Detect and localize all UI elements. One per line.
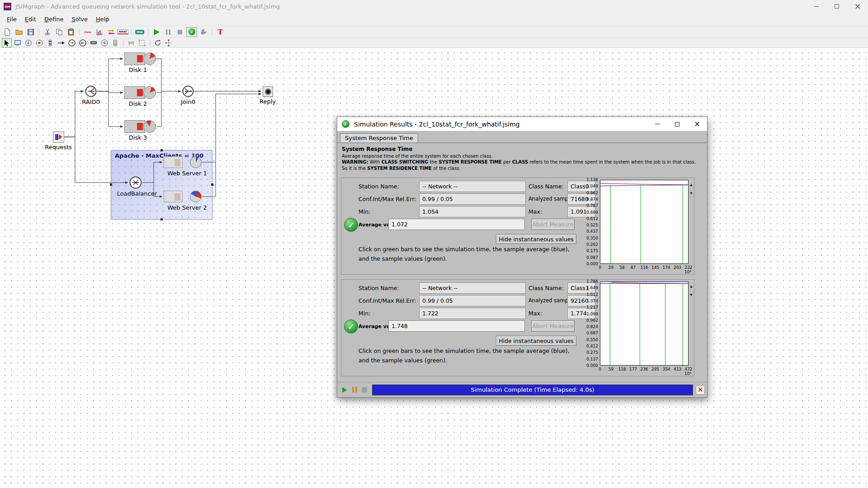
scroll-up-icon[interactable] (690, 281, 692, 289)
network-canvas[interactable]: Apache - MaxClients = 100 (0, 48, 868, 488)
save-button[interactable] (25, 27, 36, 37)
average-value-field[interactable]: 1.072 (388, 219, 525, 230)
rotate-component-button[interactable] (153, 38, 163, 47)
scroll-down-icon[interactable] (690, 188, 692, 196)
paste-button[interactable] (66, 27, 76, 37)
average-value-field[interactable]: 1.748 (388, 320, 525, 332)
add-region-button[interactable] (137, 38, 147, 47)
dialog-titlebar[interactable]: Simulation Results - 2cl_10stat_fcr_fork… (337, 117, 707, 131)
window-title: JSIMgraph - Advanced queueing network si… (15, 3, 280, 10)
queue-icon (124, 52, 145, 65)
what-if-button[interactable]: WHAT (118, 27, 128, 37)
menu-help[interactable]: Help (92, 14, 113, 25)
start-simulation-button[interactable] (151, 27, 162, 37)
station-name-label: Station Name: (359, 285, 399, 291)
panel-scroll-arrows[interactable] (689, 179, 693, 196)
minimize-button[interactable] (806, 0, 826, 13)
sink-icon (35, 39, 43, 47)
menu-edit[interactable]: Edit (21, 14, 40, 25)
semaphore-icon (111, 39, 119, 47)
delay-icon (46, 39, 54, 47)
menu-solve[interactable]: Solve (67, 14, 92, 25)
add-link-button[interactable] (56, 38, 66, 47)
add-class-switch-button[interactable] (99, 38, 109, 47)
add-sink-button[interactable] (34, 38, 44, 47)
add-station-button[interactable] (13, 38, 23, 47)
add-fork-button[interactable] (67, 38, 77, 47)
pause-simulation-button[interactable] (350, 385, 359, 394)
node-label: LoadBalancer (117, 190, 157, 197)
parameters-button[interactable] (198, 27, 209, 37)
add-join-button[interactable] (78, 38, 88, 47)
select-tool-button[interactable] (2, 38, 12, 47)
chart-plot-area[interactable] (600, 180, 689, 264)
edit-classes-button[interactable]: class (82, 27, 93, 37)
measure-success-icon (344, 319, 358, 333)
exchange-results-button[interactable] (106, 27, 117, 37)
add-logger-button[interactable]: LOG (89, 38, 99, 47)
cut-button[interactable] (42, 27, 53, 37)
wrench-icon (199, 28, 208, 36)
show-results-button[interactable] (186, 27, 197, 37)
app-logo-icon: SIM (4, 3, 11, 10)
add-semaphore-button[interactable] (110, 38, 120, 47)
add-delay-button[interactable] (45, 38, 55, 47)
menu-file[interactable]: File (3, 14, 21, 25)
measure-success-icon (344, 218, 358, 232)
dialog-maximize-button[interactable] (667, 117, 687, 131)
insert-text-button[interactable]: T (215, 27, 226, 37)
class-switch-icon (100, 39, 108, 47)
new-file-button[interactable] (2, 27, 13, 37)
minimize-icon (814, 6, 819, 7)
minimize-icon (655, 124, 660, 124)
chart-plot-area[interactable] (600, 282, 689, 366)
conf-int-label: Conf.Int/Max Rel.Err: (359, 196, 416, 202)
resume-simulation-button[interactable] (340, 385, 349, 394)
results-content: System Response Time Average response ti… (337, 143, 707, 382)
add-table-button[interactable] (126, 38, 136, 47)
maximize-button[interactable] (826, 0, 847, 13)
abort-measure-button[interactable]: Abort Measure (531, 320, 575, 332)
main-toolbar: class WHAT MVA T (0, 26, 868, 38)
node-label: RAID0 (82, 99, 100, 105)
open-file-button[interactable] (14, 27, 24, 37)
dialog-close-button[interactable] (687, 117, 707, 131)
utilization-pie-icon (143, 120, 156, 133)
simulation-status-bar: Simulation Complete (Time Elapsed: 4.0s) (337, 382, 707, 397)
stop-simulation-button[interactable] (175, 27, 185, 37)
mva-solver-button[interactable]: MVA (134, 27, 145, 37)
hide-instantaneous-button[interactable]: Hide instantaneous values (496, 336, 576, 346)
conf-int-value: 0.99 / 0.05 (419, 295, 526, 306)
section-description: Average response time of the entire syst… (342, 154, 703, 159)
menu-define[interactable]: Define (40, 14, 67, 25)
simulation-progress-bar: Simulation Complete (Time Elapsed: 4.0s) (372, 385, 693, 395)
conf-int-label: Conf.Int/Max Rel.Err: (359, 297, 416, 304)
chart-y-axis-labels: 1.7861.6491.5121.3741.2371.0990.9620.824… (585, 282, 599, 366)
dialog-minimize-button[interactable] (647, 117, 667, 131)
abort-all-button[interactable] (696, 385, 705, 394)
edit-measures-button[interactable] (94, 27, 105, 37)
what-if-icon: WHAT (118, 29, 128, 34)
close-button[interactable] (847, 0, 868, 13)
queue-icon (124, 120, 145, 133)
measures-chart-icon (95, 28, 104, 36)
abort-measure-button[interactable]: Abort Measure (531, 219, 575, 230)
simulation-results-dialog[interactable]: Simulation Results - 2cl_10stat_fcr_fork… (337, 117, 708, 398)
response-time-chart-class0[interactable]: 1.1361.0490.9620.8740.7870.6990.6120.525… (585, 180, 692, 275)
add-source-button[interactable] (24, 38, 33, 47)
max-label: Max: (528, 310, 542, 317)
add-connector-button[interactable] (164, 38, 174, 47)
source-blue-bar (55, 134, 58, 140)
response-time-chart-class1[interactable]: 1.7861.6491.5121.3741.2371.0990.9620.824… (585, 282, 692, 376)
scroll-down-icon[interactable] (690, 289, 692, 298)
scroll-up-icon[interactable] (690, 179, 692, 188)
panel-scroll-arrows[interactable] (689, 281, 693, 298)
tab-system-response-time[interactable]: System Response Time (340, 133, 418, 142)
text-icon: T (217, 28, 222, 36)
hide-instantaneous-button[interactable]: Hide instantaneous values (496, 234, 576, 244)
pause-simulation-button[interactable] (163, 27, 174, 37)
source-icon (24, 39, 33, 47)
copy-button[interactable] (54, 27, 65, 37)
station-name-value: -- Network -- (419, 282, 526, 294)
stop-simulation-button[interactable] (360, 385, 369, 394)
